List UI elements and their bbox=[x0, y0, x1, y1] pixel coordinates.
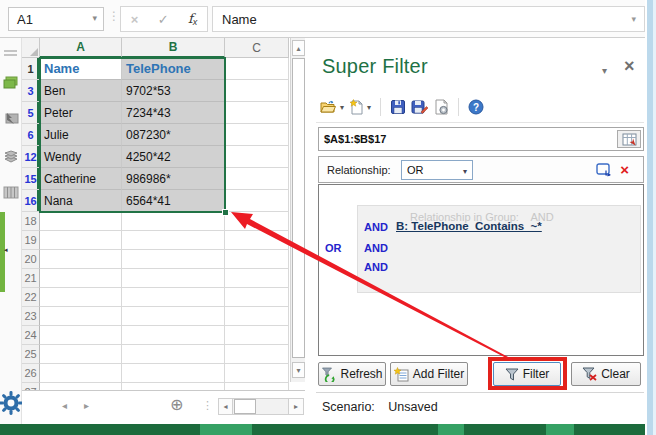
cell-a[interactable]: Catherine bbox=[40, 168, 122, 190]
cell-c[interactable] bbox=[225, 58, 289, 80]
cell-a[interactable] bbox=[40, 345, 122, 364]
row-header[interactable]: 26 bbox=[22, 364, 40, 383]
tab-splitter-icon[interactable]: ⋮ bbox=[202, 399, 213, 412]
column-list-icon[interactable] bbox=[3, 186, 19, 199]
pane-collapse-icon[interactable]: ◂ bbox=[4, 246, 8, 254]
cell-b[interactable] bbox=[122, 345, 225, 364]
cell-b[interactable]: TelePhone bbox=[122, 58, 225, 80]
cell-a[interactable] bbox=[40, 212, 122, 231]
scroll-down-icon[interactable]: ▾ bbox=[292, 362, 305, 378]
vertical-scroll-thumb[interactable] bbox=[292, 58, 305, 358]
cell-b[interactable]: 7234*43 bbox=[122, 102, 225, 124]
cell-c[interactable] bbox=[225, 326, 289, 345]
cell-c[interactable] bbox=[225, 250, 289, 269]
row-header[interactable]: 23 bbox=[22, 307, 40, 326]
row-header[interactable]: 27 bbox=[22, 383, 40, 390]
relationship-dropdown[interactable]: OR ▾ bbox=[401, 160, 473, 180]
row-header[interactable]: 6 bbox=[22, 124, 40, 146]
horizontal-scroll-thumb[interactable] bbox=[234, 399, 256, 414]
row-header[interactable]: 15 bbox=[22, 168, 40, 190]
column-header-c[interactable]: C bbox=[225, 38, 289, 58]
add-group-icon[interactable] bbox=[596, 163, 612, 177]
vertical-scrollbar[interactable]: ▴ ▾ bbox=[290, 38, 305, 382]
scroll-right-icon[interactable]: ▸ bbox=[288, 399, 303, 414]
help-icon[interactable]: ? bbox=[468, 99, 484, 115]
horizontal-scrollbar[interactable]: ◂ ▸ bbox=[218, 398, 304, 415]
panel-close-icon[interactable]: × bbox=[624, 56, 635, 77]
cell-b[interactable] bbox=[122, 288, 225, 307]
scroll-up-icon[interactable]: ▴ bbox=[292, 40, 305, 56]
open-scenario-dropdown-icon[interactable]: ▾ bbox=[340, 103, 344, 112]
cell-b[interactable] bbox=[122, 231, 225, 250]
name-manager-icon[interactable] bbox=[3, 150, 19, 163]
sheet-tab-prev-icon[interactable]: ◂ bbox=[62, 400, 67, 411]
row-header[interactable]: 25 bbox=[22, 345, 40, 364]
cell-c[interactable] bbox=[225, 124, 289, 146]
cell-b[interactable] bbox=[122, 212, 225, 231]
row-header[interactable]: 1 bbox=[22, 58, 40, 80]
cancel-icon[interactable]: × bbox=[131, 13, 139, 26]
range-picker-icon[interactable] bbox=[617, 130, 641, 148]
new-sheet-icon[interactable]: ⊕ bbox=[170, 397, 183, 413]
cell-b[interactable] bbox=[122, 250, 225, 269]
cell-a[interactable]: Nana bbox=[40, 190, 122, 212]
criteria-rule[interactable]: B: TelePhone Contains ~* bbox=[396, 220, 542, 232]
name-box[interactable]: A1 ▾ bbox=[8, 7, 104, 31]
cell-a[interactable] bbox=[40, 383, 122, 390]
cell-c[interactable] bbox=[225, 288, 289, 307]
cell-c[interactable] bbox=[225, 231, 289, 250]
insert-function-icon[interactable]: fx bbox=[188, 12, 197, 27]
cell-c[interactable] bbox=[225, 383, 289, 390]
add-filter-button[interactable]: Add Filter bbox=[390, 362, 468, 386]
open-scenario-icon[interactable] bbox=[320, 100, 337, 114]
workbook-sheets-icon[interactable] bbox=[3, 76, 19, 90]
cell-c[interactable] bbox=[225, 146, 289, 168]
cell-c[interactable] bbox=[225, 364, 289, 383]
column-header-a[interactable]: A bbox=[40, 38, 122, 58]
manage-scenario-icon[interactable] bbox=[434, 99, 449, 115]
criteria-and-label[interactable]: AND bbox=[364, 242, 388, 254]
formula-bar-expand-icon[interactable]: ▾ bbox=[631, 14, 636, 24]
cell-b[interactable] bbox=[122, 269, 225, 288]
delete-group-icon[interactable]: × bbox=[620, 162, 629, 177]
select-all-corner[interactable] bbox=[22, 38, 40, 58]
row-header[interactable]: 20 bbox=[22, 250, 40, 269]
cell-c[interactable] bbox=[225, 80, 289, 102]
range-input[interactable]: $A$1:$B$17 bbox=[318, 127, 644, 151]
enter-icon[interactable]: ✓ bbox=[158, 13, 169, 26]
row-header[interactable]: 5 bbox=[22, 102, 40, 124]
criteria-and-label[interactable]: AND bbox=[364, 261, 388, 273]
save-scenario-icon[interactable] bbox=[390, 99, 406, 115]
clear-button[interactable]: Clear bbox=[571, 362, 641, 386]
refresh-button[interactable]: Refresh bbox=[318, 362, 386, 386]
cell-a[interactable] bbox=[40, 231, 122, 250]
cell-b[interactable]: 4250*42 bbox=[122, 146, 225, 168]
cell-b[interactable] bbox=[122, 307, 225, 326]
cell-a[interactable]: Peter bbox=[40, 102, 122, 124]
fill-handle[interactable] bbox=[222, 209, 229, 216]
new-scenario-icon[interactable] bbox=[349, 99, 364, 115]
row-header[interactable]: 18 bbox=[22, 212, 40, 231]
new-scenario-dropdown-icon[interactable]: ▾ bbox=[367, 103, 371, 112]
settings-gear-icon[interactable] bbox=[0, 390, 24, 416]
row-header[interactable]: 3 bbox=[22, 80, 40, 102]
cell-a[interactable]: Ben bbox=[40, 80, 122, 102]
cell-c[interactable] bbox=[225, 102, 289, 124]
auto-text-icon[interactable] bbox=[3, 112, 19, 125]
sheet-tab-next-icon[interactable]: ▸ bbox=[84, 400, 89, 411]
pane-handle-icon[interactable] bbox=[4, 50, 17, 56]
column-header-b[interactable]: B bbox=[122, 38, 225, 58]
cell-a[interactable] bbox=[40, 288, 122, 307]
cell-a[interactable]: Name bbox=[40, 58, 122, 80]
cell-b[interactable]: 986986* bbox=[122, 168, 225, 190]
row-header[interactable]: 24 bbox=[22, 326, 40, 345]
row-header[interactable]: 16 bbox=[22, 190, 40, 212]
cell-b[interactable]: 9702*53 bbox=[122, 80, 225, 102]
cell-a[interactable]: Wendy bbox=[40, 146, 122, 168]
cell-c[interactable] bbox=[225, 190, 289, 212]
cell-b[interactable] bbox=[122, 364, 225, 383]
formula-input[interactable]: Name ▾ bbox=[212, 6, 645, 32]
row-header[interactable]: 12 bbox=[22, 146, 40, 168]
cell-b[interactable] bbox=[122, 383, 225, 390]
cell-a[interactable] bbox=[40, 307, 122, 326]
